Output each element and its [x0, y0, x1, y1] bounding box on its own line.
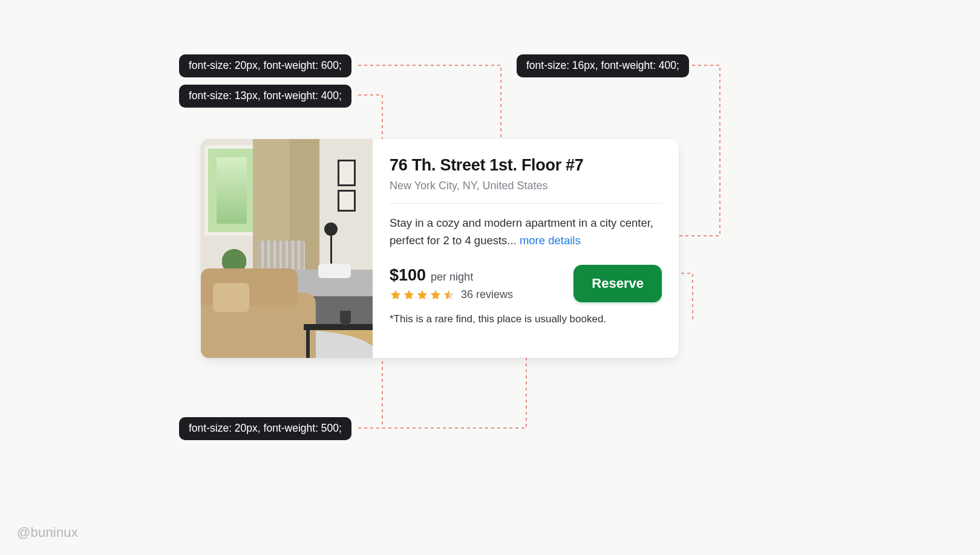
reserve-button[interactable]: Reserve	[573, 265, 662, 302]
listing-price: $100	[390, 266, 426, 285]
annotation-body-spec: font-size: 16px, font-weight: 400;	[517, 54, 689, 77]
price-row: $100 per night 36 reviews Reserve	[390, 265, 662, 302]
more-details-link[interactable]: more details	[520, 234, 581, 247]
listing-content: 76 Th. Street 1st. Floor #7 New York Cit…	[373, 139, 679, 358]
divider	[390, 203, 662, 204]
annotation-title-spec: font-size: 20px, font-weight: 600;	[179, 54, 351, 77]
annotation-price-spec: font-size: 20px, font-weight: 500;	[179, 417, 351, 440]
listing-title: 76 Th. Street 1st. Floor #7	[390, 156, 662, 175]
star-half-icon	[443, 289, 455, 301]
listing-description: Stay in a cozy and modern apartment in a…	[390, 215, 662, 249]
listing-footnote: *This is a rare find, this place is usua…	[390, 313, 662, 325]
listing-card: 76 Th. Street 1st. Floor #7 New York Cit…	[201, 139, 679, 358]
star-icon	[390, 289, 402, 301]
listing-price-suffix: per night	[431, 271, 473, 284]
annotation-subtext-spec: font-size: 13px, font-weight: 400;	[179, 85, 351, 108]
rating-stars	[390, 289, 455, 301]
listing-location: New York City, NY, United States	[390, 180, 662, 192]
listing-photo	[201, 139, 373, 358]
star-icon	[403, 289, 415, 301]
reviews-count: 36 reviews	[461, 288, 513, 301]
star-icon	[416, 289, 428, 301]
star-icon	[430, 289, 442, 301]
watermark: @buninux	[17, 525, 78, 540]
